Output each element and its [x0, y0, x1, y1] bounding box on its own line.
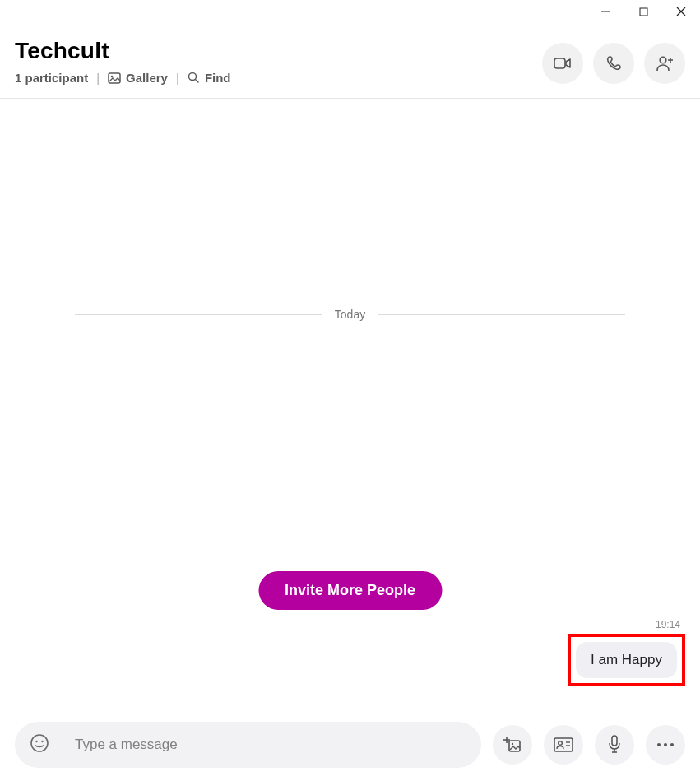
day-label: Today [335, 308, 365, 321]
close-icon [676, 7, 686, 16]
maximize-button[interactable] [624, 0, 662, 23]
window-titlebar [0, 0, 700, 23]
minimize-icon [600, 7, 610, 16]
svg-point-27 [664, 743, 667, 746]
add-person-button[interactable] [644, 43, 685, 84]
svg-point-16 [512, 743, 513, 745]
svg-point-26 [657, 743, 661, 746]
search-icon [188, 72, 200, 84]
contact-card-button[interactable] [544, 725, 583, 765]
participant-count[interactable]: 1 participant [15, 71, 88, 85]
svg-point-9 [660, 57, 666, 63]
message-bubble[interactable]: I am Happy [576, 642, 677, 678]
contact-card-icon [554, 737, 573, 752]
divider-line [378, 314, 625, 315]
minimize-button[interactable] [586, 0, 624, 23]
phone-icon [605, 55, 622, 72]
gallery-label: Gallery [126, 71, 168, 85]
svg-rect-8 [554, 58, 565, 68]
svg-rect-19 [554, 738, 573, 751]
svg-rect-1 [640, 8, 647, 16]
more-options-button[interactable] [646, 725, 685, 765]
find-link[interactable]: Find [188, 71, 231, 85]
chat-area: Today Invite More People 19:14 I am Happ… [0, 119, 700, 702]
chat-subheader: 1 participant | Gallery | Find [15, 71, 231, 85]
gallery-link[interactable]: Gallery [108, 71, 168, 85]
composer-input-container[interactable] [15, 722, 481, 768]
svg-point-28 [670, 743, 674, 746]
separator: | [96, 71, 100, 85]
gallery-icon [108, 72, 121, 84]
message-composer [0, 722, 700, 768]
svg-point-13 [35, 741, 37, 742]
separator: | [176, 71, 179, 85]
add-files-button[interactable] [493, 725, 532, 765]
microphone-icon [607, 735, 622, 755]
svg-point-5 [111, 75, 114, 77]
add-person-icon [655, 54, 675, 72]
divider-line [75, 314, 322, 315]
outgoing-message-group: 19:14 I am Happy [568, 619, 685, 686]
close-button[interactable] [662, 0, 700, 23]
chat-title: Techcult [15, 38, 231, 64]
smiley-icon [30, 733, 49, 753]
audio-call-button[interactable] [593, 43, 634, 84]
chat-header: Techcult 1 participant | Gallery | Find [0, 23, 700, 99]
svg-rect-23 [612, 736, 617, 746]
voice-message-button[interactable] [595, 725, 634, 765]
text-cursor [63, 736, 63, 754]
message-highlight-box: I am Happy [568, 634, 685, 686]
more-horizontal-icon [656, 742, 675, 747]
message-timestamp: 19:14 [656, 619, 680, 630]
svg-point-20 [559, 741, 563, 746]
add-files-icon [503, 736, 522, 754]
maximize-icon [639, 7, 648, 16]
svg-line-7 [195, 80, 198, 83]
video-camera-icon [554, 57, 572, 70]
find-label: Find [205, 71, 231, 85]
svg-point-6 [188, 73, 196, 81]
video-call-button[interactable] [542, 43, 583, 84]
invite-more-people-button[interactable]: Invite More People [258, 571, 442, 610]
svg-point-12 [31, 735, 48, 751]
emoji-picker-button[interactable] [30, 733, 49, 756]
day-divider: Today [15, 308, 685, 321]
message-input[interactable] [75, 737, 466, 753]
svg-point-14 [41, 741, 43, 742]
